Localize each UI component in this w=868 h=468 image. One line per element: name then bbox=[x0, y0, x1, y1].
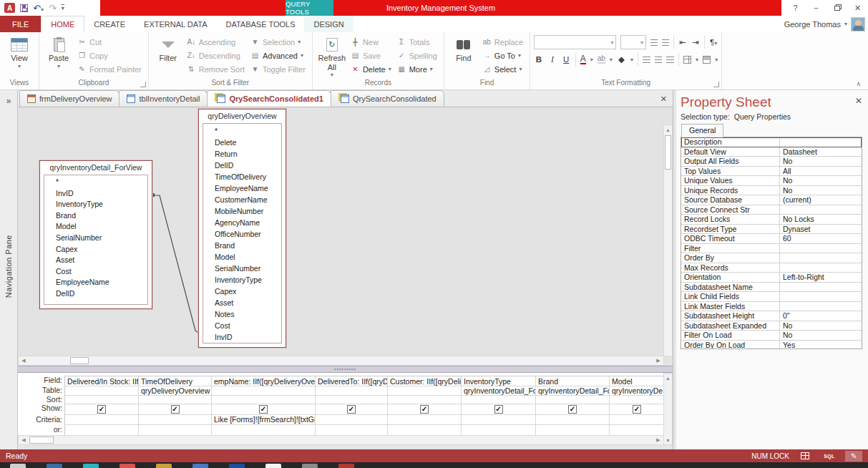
advanced-button[interactable]: ▤Advanced▾ bbox=[248, 49, 308, 62]
access-logo-icon[interactable]: A bbox=[4, 3, 15, 13]
taskbar-app-icon[interactable] bbox=[229, 464, 245, 468]
property-value[interactable] bbox=[780, 283, 862, 292]
background-fill-icon[interactable]: ◆ bbox=[617, 54, 626, 64]
property-value[interactable]: Left-to-Right bbox=[780, 273, 862, 282]
alternate-row-color-icon[interactable] bbox=[703, 56, 711, 64]
more-button[interactable]: ▦More▾ bbox=[394, 62, 440, 76]
close-document-icon[interactable]: ✕ bbox=[660, 94, 667, 104]
totals-button[interactable]: ΣTotals bbox=[394, 35, 440, 49]
checkbox-checked-icon[interactable]: ✓ bbox=[171, 405, 180, 414]
grid-table-cell[interactable]: qryInventoryDetail_Fc bbox=[536, 386, 609, 396]
grid-sort-cell[interactable] bbox=[316, 396, 387, 404]
checkbox-checked-icon[interactable]: ✓ bbox=[420, 405, 429, 414]
checkbox-checked-icon[interactable]: ✓ bbox=[97, 405, 106, 414]
property-row-Filter[interactable]: Filter bbox=[681, 244, 862, 254]
property-value[interactable]: No bbox=[780, 321, 862, 331]
ribbon-tab-home[interactable]: HOME bbox=[41, 16, 84, 32]
increase-indent-icon[interactable]: ⇥ bbox=[691, 37, 700, 47]
view-button[interactable]: View ▾ bbox=[4, 34, 35, 69]
property-row-Filter On Load[interactable]: Filter On LoadNo bbox=[681, 331, 862, 341]
property-sheet-close-icon[interactable]: ✕ bbox=[855, 96, 862, 106]
clipboard-dialog-launcher-icon[interactable] bbox=[140, 82, 146, 87]
field-item-CustomerName[interactable]: CustomerName bbox=[203, 194, 281, 205]
grid-sort-cell[interactable] bbox=[139, 396, 211, 404]
field-item-SerialNumber[interactable]: SerialNumber bbox=[203, 263, 281, 274]
ribbon-tab-create[interactable]: CREATE bbox=[84, 16, 135, 32]
property-row-Source Database[interactable]: Source Database(current) bbox=[681, 195, 862, 205]
property-row-Unique Records[interactable]: Unique RecordsNo bbox=[681, 186, 862, 196]
scrollbar-thumb[interactable] bbox=[70, 357, 89, 364]
field-item-Capex[interactable]: Capex bbox=[44, 244, 147, 255]
field-item-EmployeeName[interactable]: EmployeeName bbox=[203, 182, 281, 194]
grid-show-cell[interactable]: ✓ bbox=[462, 404, 535, 415]
expand-nav-pane-icon[interactable]: » bbox=[6, 96, 11, 106]
ribbon-tab-database-tools[interactable]: DATABASE TOOLS bbox=[216, 16, 304, 32]
grid-table-cell[interactable] bbox=[212, 386, 315, 396]
grid-table-cell[interactable]: qryDeliveryOverview bbox=[139, 386, 211, 396]
filter-button[interactable]: Filter bbox=[152, 34, 184, 63]
property-value[interactable]: Dynaset bbox=[780, 225, 862, 234]
descending-button[interactable]: Z↓Descending bbox=[184, 49, 248, 62]
ribbon-tab-design[interactable]: DESIGN bbox=[304, 16, 353, 32]
pane-splitter[interactable]: ••••••••• bbox=[18, 366, 673, 373]
field-item-*[interactable]: * bbox=[203, 125, 281, 137]
property-row-Max Records[interactable]: Max Records bbox=[681, 263, 862, 273]
field-item-Brand[interactable]: Brand bbox=[203, 240, 281, 251]
property-value[interactable] bbox=[780, 137, 862, 147]
property-value[interactable] bbox=[780, 244, 862, 253]
field-list-qryInventoryDetail_ForView[interactable]: qryInventoryDetail_ForView *InvIDInvento… bbox=[39, 160, 152, 309]
property-row-Top Values[interactable]: Top ValuesAll bbox=[681, 167, 862, 177]
spelling-button[interactable]: ✓Spelling bbox=[394, 49, 440, 62]
ascending-button[interactable]: A↓Ascending bbox=[184, 35, 248, 49]
italic-button[interactable]: I bbox=[547, 55, 557, 64]
property-row-Unique Values[interactable]: Unique ValuesNo bbox=[681, 176, 862, 186]
undo-icon[interactable]: ↶▾ bbox=[33, 4, 44, 13]
font-family-combo[interactable]: ▾ bbox=[534, 35, 616, 49]
property-value[interactable] bbox=[780, 302, 862, 311]
grid-show-cell[interactable]: ✓ bbox=[388, 404, 461, 415]
grid-or-cell[interactable] bbox=[139, 425, 211, 435]
grid-or-cell[interactable] bbox=[536, 425, 609, 435]
cut-button[interactable]: ✂Cut bbox=[74, 35, 145, 49]
grid-field-cell[interactable]: InventoryType bbox=[462, 376, 535, 386]
property-row-Order By On Load[interactable]: Order By On LoadYes bbox=[681, 341, 862, 350]
grid-sort-cell[interactable] bbox=[536, 396, 609, 404]
field-item-Cost[interactable]: Cost bbox=[203, 320, 281, 331]
property-value[interactable]: All bbox=[780, 167, 862, 176]
copy-button[interactable]: ❐Copy bbox=[74, 49, 145, 62]
property-value[interactable]: Datasheet bbox=[780, 147, 862, 157]
align-center-icon[interactable] bbox=[655, 57, 663, 63]
scrollbar-thumb[interactable] bbox=[29, 437, 54, 444]
taskbar-app-icon[interactable] bbox=[120, 464, 135, 468]
property-row-ODBC Timeout[interactable]: ODBC Timeout60 bbox=[681, 234, 862, 244]
taskbar-app-icon[interactable] bbox=[47, 464, 62, 468]
field-item-SerialNumber[interactable]: SerialNumber bbox=[44, 233, 147, 244]
property-row-Link Master Fields[interactable]: Link Master Fields bbox=[681, 302, 862, 312]
grid-or-cell[interactable] bbox=[316, 425, 387, 435]
grid-table-cell[interactable] bbox=[316, 386, 387, 396]
scroll-right-icon[interactable]: ▶ bbox=[654, 357, 663, 364]
grid-criteria-cell[interactable] bbox=[462, 415, 535, 425]
contextual-tab-header[interactable]: QUERY TOOLS bbox=[286, 0, 333, 16]
remove-sort-button[interactable]: ⇅Remove Sort bbox=[184, 62, 248, 76]
grid-show-cell[interactable]: ✓ bbox=[610, 404, 664, 415]
close-button[interactable]: ✕ bbox=[847, 4, 868, 13]
text-direction-icon[interactable]: ¶▾ bbox=[709, 38, 718, 47]
scroll-right-icon[interactable]: ▶ bbox=[654, 437, 663, 444]
restore-button[interactable] bbox=[826, 4, 847, 12]
checkbox-checked-icon[interactable]: ✓ bbox=[494, 405, 503, 414]
delete-record-button[interactable]: ✕Delete▾ bbox=[348, 62, 394, 76]
scroll-up-icon[interactable]: ▲ bbox=[664, 126, 673, 133]
select-button[interactable]: ◿Select▾ bbox=[479, 62, 526, 76]
taskbar-app-icon[interactable] bbox=[265, 464, 281, 468]
property-row-Output All Fields[interactable]: Output All FieldsNo bbox=[681, 157, 862, 167]
numbering-icon[interactable] bbox=[662, 39, 669, 46]
grid-field-cell[interactable]: TimeOfDelivery bbox=[139, 376, 211, 386]
grid-table-cell[interactable] bbox=[388, 386, 461, 396]
refresh-all-button[interactable]: ↻ Refresh All ▾ bbox=[316, 34, 348, 78]
scrollbar-thumb[interactable] bbox=[665, 135, 671, 170]
grid-sort-cell[interactable] bbox=[65, 396, 138, 404]
field-item-Model[interactable]: Model bbox=[44, 221, 147, 233]
field-item-InvID[interactable]: InvID bbox=[44, 188, 147, 200]
toggle-filter-button[interactable]: ▼Toggle Filter bbox=[248, 62, 308, 76]
